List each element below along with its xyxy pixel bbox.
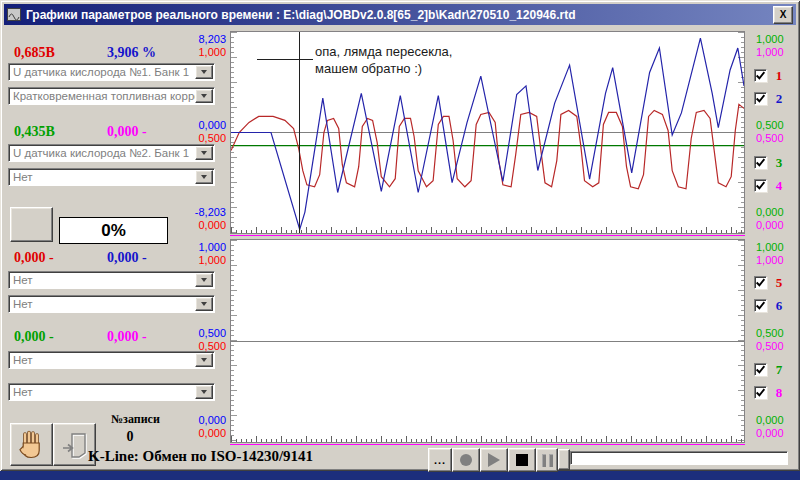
check-icon xyxy=(755,157,766,168)
channel4-combo[interactable]: Нет xyxy=(8,168,215,186)
cursor-crosshair-vertical xyxy=(299,32,300,233)
channel7-checkbox[interactable] xyxy=(754,363,767,376)
axis-label: 0,000 xyxy=(756,427,798,440)
channel6-combo-text: Нет xyxy=(13,298,195,310)
axis-label: 0,500 xyxy=(756,327,798,340)
chevron-down-icon xyxy=(201,358,207,362)
channel5-checkbox[interactable] xyxy=(754,276,767,289)
status-protocol-text: K-Line: Обмен по ISO-14230/9141 xyxy=(88,448,313,465)
axis-label: 0,000 xyxy=(756,414,798,427)
channel5-combo-arrow[interactable] xyxy=(195,273,213,287)
channel8-checkbox[interactable] xyxy=(754,386,767,399)
play-button[interactable] xyxy=(480,448,508,472)
top-chart-canvas xyxy=(231,32,744,233)
channel1-value: 0,685В xyxy=(14,45,55,61)
check-icon xyxy=(755,364,766,375)
channel5-combo[interactable]: Нет xyxy=(8,271,215,289)
axis-label: 1,000 xyxy=(756,254,798,267)
chevron-down-icon xyxy=(201,390,207,394)
channel6-checkbox[interactable] xyxy=(754,299,767,312)
axis-label: 1,000 xyxy=(756,33,798,46)
channel7-number: 7 xyxy=(772,362,786,378)
channel3-number: 3 xyxy=(772,155,786,171)
bottom-chart-plot[interactable] xyxy=(230,239,745,443)
play-icon xyxy=(488,453,500,467)
axis-label: -8,203 xyxy=(178,206,226,219)
channel1-combo-arrow[interactable] xyxy=(195,65,213,79)
channel6-combo-arrow[interactable] xyxy=(195,297,213,311)
more-options-button[interactable]: ... xyxy=(428,448,452,472)
axis-label: 1,000 xyxy=(178,46,226,59)
progress-indicator: 0% xyxy=(59,217,168,244)
check-icon xyxy=(755,70,766,81)
chevron-down-icon xyxy=(201,175,207,179)
channel7-combo-arrow[interactable] xyxy=(195,353,213,367)
channel1-combo[interactable]: U датчика кислорода №1. Банк 1 xyxy=(8,63,215,81)
cursor-crosshair-horizontal xyxy=(257,59,313,60)
blank-button[interactable] xyxy=(10,207,53,242)
channel2-checkbox[interactable] xyxy=(754,92,767,105)
record-icon xyxy=(460,454,472,466)
window-title: Графики параметров реального времени : E… xyxy=(26,8,773,22)
channel8-combo-text: Нет xyxy=(13,386,195,398)
channel6-combo[interactable]: Нет xyxy=(8,295,215,313)
title-bar: Графики параметров реального времени : E… xyxy=(4,4,796,25)
check-icon xyxy=(755,180,766,191)
record-button[interactable] xyxy=(452,448,480,472)
channel8-combo-arrow[interactable] xyxy=(195,385,213,399)
channel7-combo[interactable]: Нет xyxy=(8,351,215,369)
axis-label: 0,000 xyxy=(178,119,226,132)
chart-annotation-line2: машем обратно :) xyxy=(315,61,422,76)
channel4-combo-arrow[interactable] xyxy=(195,170,213,184)
playback-slider-track[interactable] xyxy=(570,451,788,465)
channel7-value: 0,000 - xyxy=(14,329,54,345)
channel2-value: 3,906 % xyxy=(107,45,156,61)
channel8-value: 0,000 - xyxy=(107,329,147,345)
playback-slider-thumb[interactable] xyxy=(558,449,570,470)
channel5-value: 0,000 - xyxy=(14,250,54,266)
channel8-combo[interactable]: Нет xyxy=(8,383,215,401)
channel3-combo-arrow[interactable] xyxy=(195,146,213,160)
axis-label: 0,000 xyxy=(178,414,226,427)
channel4-number: 4 xyxy=(772,178,786,194)
axis-label: 0,500 xyxy=(178,327,226,340)
channel3-combo[interactable]: U датчика кислорода №2. Банк 1 xyxy=(8,144,215,162)
bottom-chart-canvas xyxy=(231,240,744,442)
channel1-checkbox[interactable] xyxy=(754,69,767,82)
record-number-value: 0 xyxy=(108,429,152,445)
chevron-down-icon xyxy=(201,94,207,98)
channel3-checkbox[interactable] xyxy=(754,156,767,169)
pause-icon xyxy=(542,454,553,467)
channel5-number: 5 xyxy=(772,275,786,291)
axis-label: 1,000 xyxy=(756,46,798,59)
axis-label: 0,000 xyxy=(756,219,798,232)
channel2-combo-arrow[interactable] xyxy=(195,89,213,103)
pause-hand-button[interactable] xyxy=(10,423,53,466)
app-icon xyxy=(7,8,21,21)
axis-label: 1,000 xyxy=(178,241,226,254)
check-icon xyxy=(755,387,766,398)
pause-button[interactable] xyxy=(536,448,558,472)
channel1-number: 1 xyxy=(772,68,786,84)
chevron-down-icon xyxy=(201,302,207,306)
top-chart-plot[interactable]: опа, лямда пересекла, машем обратно :) xyxy=(230,31,745,234)
chevron-down-icon xyxy=(201,278,207,282)
channel3-combo-text: U датчика кислорода №2. Банк 1 xyxy=(13,147,195,159)
stop-button[interactable] xyxy=(508,448,536,472)
axis-label: 1,000 xyxy=(756,241,798,254)
stop-icon xyxy=(516,454,528,466)
chart-bottom-line xyxy=(230,444,745,445)
channel2-combo[interactable]: Кратковременная топливная коррек xyxy=(8,87,215,105)
check-icon xyxy=(755,300,766,311)
axis-label: 0,500 xyxy=(756,132,798,145)
axis-label: 0,500 xyxy=(756,119,798,132)
channel8-number: 8 xyxy=(772,385,786,401)
channel4-checkbox[interactable] xyxy=(754,179,767,192)
close-button[interactable]: X xyxy=(773,6,793,24)
channel6-value: 0,000 - xyxy=(107,250,147,266)
axis-label: 0,000 xyxy=(756,206,798,219)
channel3-value: 0,435В xyxy=(14,124,55,140)
chart-annotation-line1: опа, лямда пересекла, xyxy=(315,44,452,59)
app-window: Графики параметров реального времени : E… xyxy=(0,0,800,471)
channel2-combo-text: Кратковременная топливная коррек xyxy=(13,90,195,102)
